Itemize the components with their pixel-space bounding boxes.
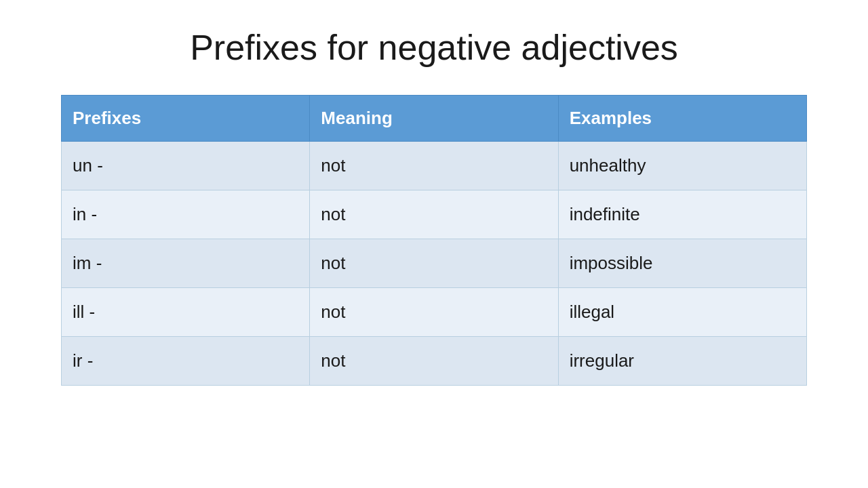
cell-meaning: not [310, 142, 558, 190]
cell-meaning: not [310, 190, 558, 239]
page-title: Prefixes for negative adjectives [190, 27, 678, 68]
header-prefixes: Prefixes [62, 96, 310, 142]
table-header-row: Prefixes Meaning Examples [62, 96, 807, 142]
table-container: Prefixes Meaning Examples un -notunhealt… [61, 95, 807, 386]
cell-meaning: not [310, 337, 558, 386]
table-row: in -notindefinite [62, 190, 807, 239]
cell-meaning: not [310, 239, 558, 288]
cell-example: unhealthy [558, 142, 806, 190]
cell-prefix: im - [62, 239, 310, 288]
cell-example: irregular [558, 337, 806, 386]
header-examples: Examples [558, 96, 806, 142]
cell-example: illegal [558, 288, 806, 337]
cell-prefix: un - [62, 142, 310, 190]
prefixes-table: Prefixes Meaning Examples un -notunhealt… [61, 95, 807, 386]
cell-example: indefinite [558, 190, 806, 239]
cell-prefix: ir - [62, 337, 310, 386]
header-meaning: Meaning [310, 96, 558, 142]
table-row: im -notimpossible [62, 239, 807, 288]
table-row: un -notunhealthy [62, 142, 807, 190]
cell-prefix: in - [62, 190, 310, 239]
table-row: ill -notillegal [62, 288, 807, 337]
table-row: ir -notirregular [62, 337, 807, 386]
cell-prefix: ill - [62, 288, 310, 337]
cell-example: impossible [558, 239, 806, 288]
cell-meaning: not [310, 288, 558, 337]
